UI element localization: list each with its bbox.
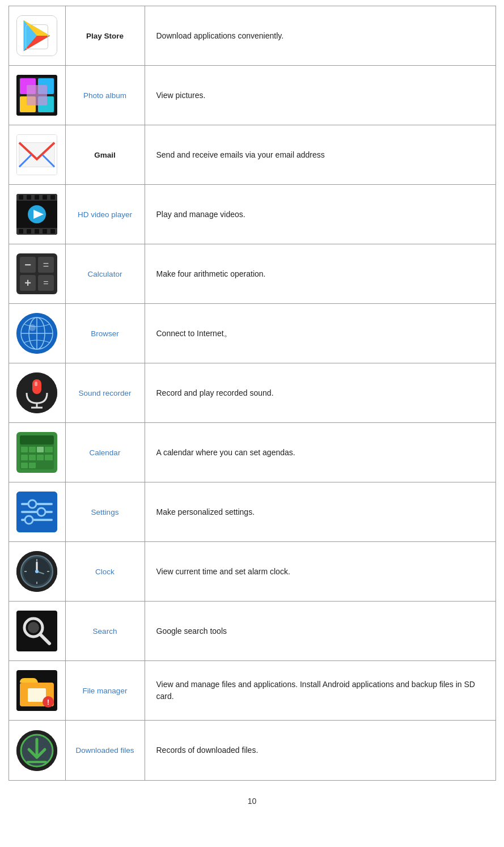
table-row: HD video player Play and manage videos. (9, 185, 495, 244)
downloaded-files-icon (16, 730, 57, 771)
app-description: Send and receive emails via your email a… (145, 125, 495, 184)
svg-rect-27 (35, 229, 39, 234)
play-store-icon (16, 15, 57, 56)
app-description: Record and play recorded sound. (145, 363, 495, 422)
app-description: Download applications conveniently. (145, 6, 495, 65)
table-row: Search Google search tools (9, 602, 495, 661)
app-description: Records of downloaded files. (145, 721, 495, 780)
table-row: Downloaded files Records of downloaded f… (9, 721, 495, 780)
app-description: Play and manage videos. (145, 185, 495, 244)
svg-rect-55 (29, 463, 36, 468)
app-name: File manager (66, 661, 145, 720)
svg-rect-39 (32, 379, 41, 394)
icon-cell (9, 482, 66, 541)
app-description: Connect to Internet。 (145, 304, 495, 363)
app-name: Downloaded files (66, 721, 145, 780)
svg-rect-12 (27, 85, 47, 105)
app-name: Sound recorder (66, 363, 145, 422)
table-row: Browser Connect to Internet。 (9, 304, 495, 363)
file-manager-icon: ! (16, 670, 57, 711)
app-name: Gmail (66, 125, 145, 184)
app-table: Play Store Download applications conveni… (9, 6, 496, 781)
app-name: Play Store (66, 6, 145, 65)
app-description: Make four arithmetic operation. (145, 244, 495, 303)
app-name: Photo album (66, 66, 145, 125)
calculator-icon: − = + = (16, 253, 57, 294)
svg-rect-47 (29, 447, 36, 452)
svg-rect-53 (45, 455, 53, 460)
svg-rect-21 (27, 195, 31, 200)
table-row: Play Store Download applications conveni… (9, 6, 495, 66)
icon-cell (9, 125, 66, 184)
gmail-icon (16, 134, 57, 175)
svg-rect-22 (35, 195, 39, 200)
svg-rect-24 (50, 195, 55, 200)
svg-rect-26 (27, 229, 31, 234)
svg-point-75 (28, 622, 39, 633)
svg-rect-49 (45, 447, 53, 452)
app-name: Calendar (66, 423, 145, 482)
icon-cell (9, 542, 66, 601)
app-description: View and manage files and applications. … (145, 661, 495, 720)
svg-rect-52 (37, 455, 44, 460)
app-description: Google search tools (145, 602, 495, 660)
app-description: View pictures. (145, 66, 495, 125)
search-icon (16, 611, 57, 651)
calendar-icon (16, 432, 57, 473)
photo-album-icon (16, 75, 57, 116)
icon-cell (9, 66, 66, 125)
svg-point-58 (28, 500, 36, 508)
icon-cell (9, 423, 66, 482)
table-row: Photo album View pictures. (9, 66, 495, 125)
svg-rect-28 (43, 229, 47, 234)
browser-icon (16, 313, 57, 354)
svg-rect-20 (19, 195, 23, 200)
app-name: Calculator (66, 244, 145, 303)
icon-cell: ! (9, 661, 66, 720)
page-number: 10 (248, 797, 257, 806)
app-name: Settings (66, 482, 145, 541)
app-description: A calendar where you can set agendas. (145, 423, 495, 482)
table-row: Clock View current time and set alarm cl… (9, 542, 495, 602)
svg-text:!: ! (47, 698, 49, 706)
app-name: HD video player (66, 185, 145, 244)
svg-rect-50 (21, 455, 28, 460)
icon-cell (9, 185, 66, 244)
svg-point-72 (35, 570, 39, 573)
table-row: Gmail Send and receive emails via your e… (9, 125, 495, 185)
table-row: − = + = Calculator Make four arithmetic … (9, 244, 495, 304)
app-name: Browser (66, 304, 145, 363)
clock-icon (16, 551, 57, 592)
svg-point-62 (25, 516, 33, 524)
svg-rect-29 (50, 229, 55, 234)
table-row: Settings Make personalized settings. (9, 482, 495, 542)
svg-rect-54 (21, 463, 28, 468)
icon-cell (9, 363, 66, 422)
svg-rect-25 (19, 229, 23, 234)
icon-cell (9, 304, 66, 363)
app-description: View current time and set alarm clock. (145, 542, 495, 601)
svg-point-37 (29, 324, 36, 331)
icon-cell: − = + = (9, 244, 66, 303)
app-name: Clock (66, 542, 145, 601)
icon-cell (9, 721, 66, 780)
svg-point-60 (37, 508, 45, 516)
table-row: Calendar A calendar where you can set ag… (9, 423, 495, 482)
table-row: ! File manager View and manage files and… (9, 661, 495, 721)
svg-rect-23 (43, 195, 47, 200)
icon-cell (9, 602, 66, 660)
hd-video-icon (16, 194, 57, 235)
sound-recorder-icon (16, 372, 57, 413)
app-name: Search (66, 602, 145, 660)
table-row: Sound recorder Record and play recorded … (9, 363, 495, 423)
icon-cell (9, 6, 66, 65)
svg-rect-46 (21, 447, 28, 452)
svg-rect-48 (37, 447, 44, 452)
svg-rect-45 (20, 435, 54, 444)
app-description: Make personalized settings. (145, 482, 495, 541)
svg-rect-51 (29, 455, 36, 460)
svg-rect-42 (35, 382, 37, 386)
settings-icon (16, 492, 57, 532)
